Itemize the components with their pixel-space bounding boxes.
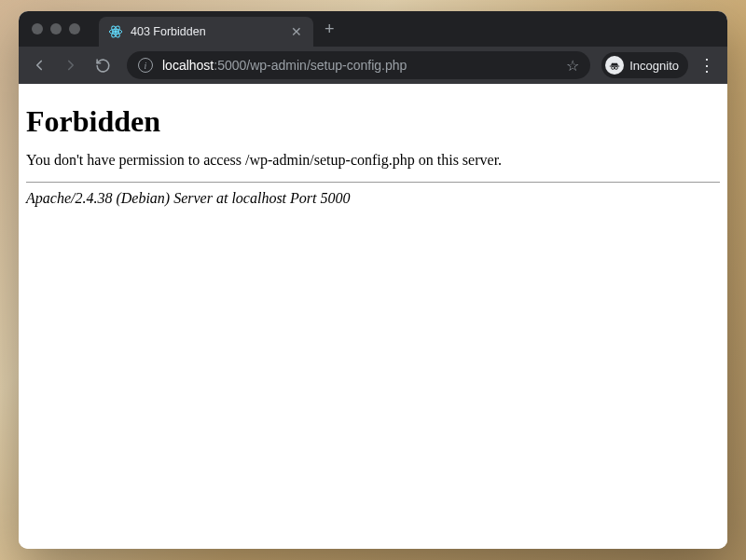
svg-point-6	[615, 66, 617, 69]
address-bar[interactable]: i localhost:5000/wp-admin/setup-config.p…	[127, 51, 590, 79]
tab-strip: 403 Forbidden ✕ +	[99, 11, 346, 47]
url-path: :5000/wp-admin/setup-config.php	[214, 58, 407, 73]
svg-point-5	[612, 66, 615, 69]
close-tab-icon[interactable]: ✕	[289, 24, 304, 39]
svg-point-0	[115, 31, 117, 34]
url-text: localhost:5000/wp-admin/setup-config.php	[162, 58, 557, 73]
menu-button[interactable]: ⋮	[694, 55, 720, 75]
bookmark-star-icon[interactable]: ☆	[566, 57, 579, 75]
reload-button[interactable]	[90, 52, 116, 78]
url-host: localhost	[162, 58, 214, 73]
divider	[26, 182, 720, 183]
incognito-icon	[605, 56, 624, 75]
tab-title: 403 Forbidden	[131, 25, 282, 38]
browser-window: 403 Forbidden ✕ + i localhost:5000/wp-ad…	[19, 11, 727, 549]
site-info-icon[interactable]: i	[138, 58, 153, 73]
forward-button[interactable]	[58, 52, 84, 78]
new-tab-button[interactable]: +	[313, 11, 346, 47]
svg-rect-4	[610, 66, 620, 67]
browser-tab-active[interactable]: 403 Forbidden ✕	[99, 17, 313, 47]
toolbar: i localhost:5000/wp-admin/setup-config.p…	[19, 47, 727, 84]
incognito-badge[interactable]: Incognito	[601, 52, 688, 78]
back-button[interactable]	[26, 52, 52, 78]
incognito-label: Incognito	[629, 59, 679, 73]
error-message: You don't have permission to access /wp-…	[26, 152, 720, 169]
window-maximize-button[interactable]	[69, 23, 80, 34]
error-heading: Forbidden	[26, 104, 720, 139]
window-controls	[19, 23, 93, 34]
page-content: Forbidden You don't have permission to a…	[19, 84, 727, 549]
window-close-button[interactable]	[32, 23, 43, 34]
window-minimize-button[interactable]	[50, 23, 62, 34]
server-signature: Apache/2.4.38 (Debian) Server at localho…	[26, 190, 720, 207]
titlebar: 403 Forbidden ✕ +	[19, 11, 727, 47]
react-icon	[108, 24, 123, 39]
